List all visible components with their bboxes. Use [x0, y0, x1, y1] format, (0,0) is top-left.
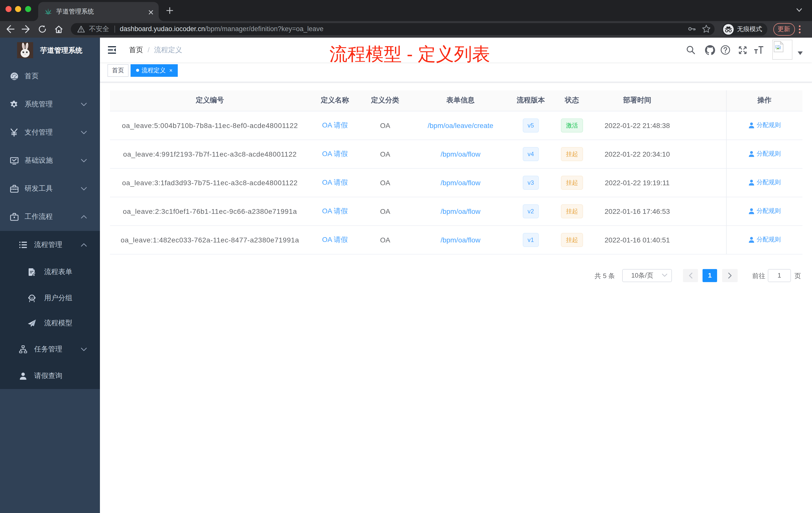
tag-active-dot [136, 69, 139, 72]
reload-icon[interactable] [38, 25, 47, 33]
version-badge: v5 [522, 118, 539, 132]
sidebar-item-process-form[interactable]: 流程表单 [0, 259, 100, 285]
sidebar-item-label: 请假查询 [34, 363, 62, 389]
definition-name-link[interactable]: OA 请假 [322, 235, 348, 243]
bookmark-star-icon[interactable] [702, 25, 710, 33]
assign-rule-button[interactable]: 分配规则 [748, 207, 781, 215]
pagination-goto-input[interactable] [768, 269, 791, 282]
pagination-total: 共 5 条 [594, 272, 615, 280]
process-list-icon [19, 241, 27, 248]
col-header-category: 定义分类 [360, 90, 410, 111]
briefcase-icon [10, 213, 19, 221]
col-header-status: 状态 [551, 90, 593, 111]
dashboard-icon [10, 72, 19, 81]
tab-overflow-chevron-icon[interactable] [796, 8, 802, 12]
incognito-label: 无痕模式 [737, 25, 762, 34]
chevron-up-icon [81, 243, 87, 247]
form-link[interactable]: /bpm/oa/flow [441, 150, 481, 158]
user-icon [748, 208, 755, 214]
sidebar-item-label: 工作流程 [25, 203, 53, 231]
assign-rule-button[interactable]: 分配规则 [748, 121, 781, 129]
tab-favicon-icon [44, 7, 52, 16]
sidebar: 芋道管理系统 首页 系统管理 [0, 38, 100, 513]
tab-close-icon[interactable] [148, 10, 153, 14]
cell-id: oa_leave:5:004b710b-7b8a-11ec-8ef0-acde4… [110, 111, 310, 140]
definition-name-link[interactable]: OA 请假 [322, 150, 348, 158]
definition-name-link[interactable]: OA 请假 [322, 121, 348, 129]
table-header-row: 定义编号 定义名称 定义分类 表单信息 流程版本 状态 部署时间 操作 [110, 90, 803, 111]
definition-table: 定义编号 定义名称 定义分类 表单信息 流程版本 状态 部署时间 操作 oa_l… [110, 90, 803, 254]
paper-plane-icon [28, 319, 36, 327]
sidebar-item-user-group[interactable]: 用户分组 [0, 285, 100, 311]
password-key-icon[interactable] [688, 25, 696, 33]
form-link[interactable]: /bpm/oa/flow [441, 179, 481, 187]
chevron-down-icon [81, 103, 87, 106]
cell-filler [682, 169, 726, 197]
select-chevron-icon [662, 274, 667, 277]
update-button[interactable]: 更新 [773, 23, 795, 36]
forward-icon[interactable] [22, 25, 30, 33]
pagination-page-1[interactable]: 1 [702, 269, 717, 282]
sidebar-item-label: 任务管理 [34, 336, 62, 362]
sidebar-item-system[interactable]: 系统管理 [0, 90, 100, 118]
assign-rule-button[interactable]: 分配规则 [748, 150, 781, 158]
assign-rule-button[interactable]: 分配规则 [748, 235, 781, 244]
col-header-name: 定义名称 [310, 90, 360, 111]
pagination-prev-button[interactable] [683, 269, 698, 282]
cell-category: OA [360, 169, 410, 197]
chevron-down-icon [81, 159, 87, 162]
cell-category: OA [360, 225, 410, 254]
definition-name-link[interactable]: OA 请假 [322, 178, 348, 186]
browser-tab-strip: 芋道管理系统 [0, 0, 812, 21]
user-icon [748, 179, 755, 186]
sidebar-item-payment[interactable]: 支付管理 [0, 118, 100, 147]
user-icon [748, 122, 755, 128]
cell-category: OA [360, 197, 410, 225]
sidebar-item-leave-query[interactable]: 请假查询 [0, 363, 100, 389]
pagination-next-button[interactable] [722, 269, 738, 282]
sidebar-item-process-mgmt[interactable]: 流程管理 [0, 232, 100, 258]
sidebar-item-label: 系统管理 [25, 90, 53, 118]
sidebar-item-label: 流程管理 [34, 232, 62, 258]
browser-tab[interactable]: 芋道管理系统 [38, 2, 159, 21]
form-edit-icon [28, 268, 36, 276]
col-header-filler [682, 90, 726, 111]
tag-label: 首页 [112, 67, 124, 74]
page-size-select[interactable]: 10条/页 [622, 269, 672, 282]
form-link[interactable]: /bpm/oa/leave/create [428, 121, 493, 129]
chevron-up-icon [81, 215, 87, 219]
assign-rule-label: 分配规则 [757, 235, 781, 244]
yen-icon [10, 128, 18, 137]
form-link[interactable]: /bpm/oa/flow [441, 236, 481, 244]
macos-close-button[interactable] [5, 6, 11, 12]
table-row: oa_leave:3:1fad3d93-7b75-11ec-a3c8-acde4… [110, 169, 803, 197]
col-header-form: 表单信息 [410, 90, 511, 111]
cell-category: OA [360, 140, 410, 169]
status-badge: 挂起 [561, 176, 583, 190]
definition-name-link[interactable]: OA 请假 [322, 207, 348, 215]
pagination-goto-label: 前往 [752, 272, 765, 280]
browser-menu-icon[interactable] [799, 25, 801, 34]
back-icon[interactable] [6, 25, 14, 33]
macos-zoom-button[interactable] [25, 6, 31, 12]
sidebar-item-workflow[interactable]: 工作流程 [0, 203, 100, 231]
url-bar[interactable]: 不安全 dashboard.yudao.iocoder.cn/bpm/manag… [71, 23, 715, 35]
cell-deploy-time: 2022-01-22 20:34:10 [593, 140, 682, 169]
table-row: oa_leave:4:991f2193-7b7f-11ec-a3c8-acde4… [110, 140, 803, 169]
table-row: oa_leave:1:482ec033-762a-11ec-8477-a2380… [110, 225, 803, 254]
sidebar-item-infrastructure[interactable]: 基础设施 [0, 147, 100, 175]
chevron-right-icon [728, 272, 732, 278]
sidebar-item-task-mgmt[interactable]: 任务管理 [0, 336, 100, 362]
home-icon[interactable] [54, 25, 63, 34]
assign-rule-label: 分配规则 [757, 207, 781, 215]
sidebar-item-devtools[interactable]: 研发工具 [0, 175, 100, 203]
macos-minimize-button[interactable] [15, 6, 21, 12]
incognito-icon [723, 24, 733, 34]
user-icon [748, 236, 755, 243]
chevron-down-icon [81, 131, 87, 134]
assign-rule-button[interactable]: 分配规则 [748, 178, 781, 187]
user-icon [748, 151, 755, 157]
form-link[interactable]: /bpm/oa/flow [441, 207, 481, 215]
sidebar-item-process-model[interactable]: 流程模型 [0, 310, 100, 336]
new-tab-icon[interactable] [166, 7, 173, 14]
